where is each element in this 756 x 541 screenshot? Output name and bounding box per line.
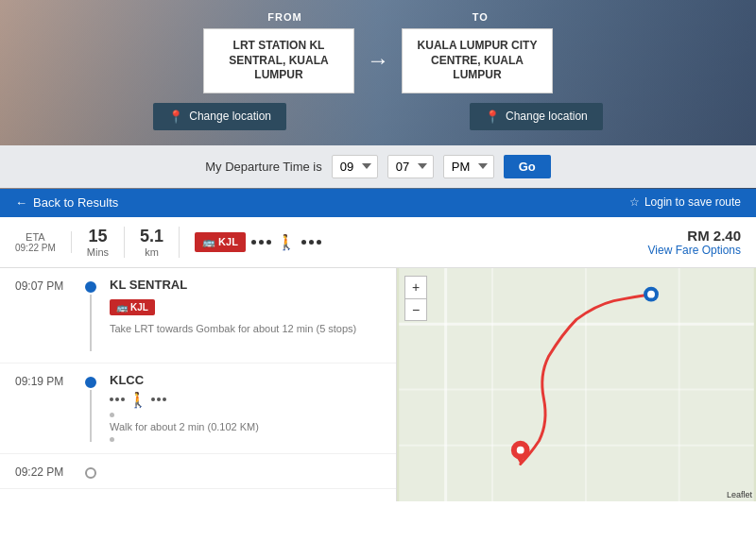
step-line-1: [90, 295, 92, 351]
route-step-2: 09:19 PM KLCC 🚶: [0, 363, 396, 454]
eta-block: ETA 09:22 PM: [15, 231, 72, 253]
mins-value: 15: [87, 227, 109, 246]
step-time-2: 09:19 PM: [15, 373, 72, 388]
back-bar: ← Back to Results ☆ Login to save route: [0, 188, 756, 217]
step-desc-2a: Walk for about 2 min (0.102 KM): [110, 420, 381, 434]
svg-point-9: [647, 290, 655, 297]
back-to-results-link[interactable]: ← Back to Results: [15, 195, 118, 210]
dot4: [301, 240, 306, 245]
back-label: Back to Results: [33, 195, 118, 210]
sdot1: [110, 413, 114, 417]
route-icons: 🚌 KJL 🚶: [180, 232, 321, 252]
svg-rect-0: [399, 268, 753, 501]
mini-dots-walk: [110, 397, 125, 401]
arrow-icon: →: [367, 47, 389, 74]
hour-select[interactable]: 09: [332, 155, 378, 178]
fare-amount: RM 2.40: [648, 228, 742, 244]
sdot2: [110, 437, 114, 442]
map-attribution: Leaflet: [727, 490, 752, 499]
departure-label: My Departure Time is: [205, 160, 322, 174]
svg-point-12: [517, 446, 524, 453]
train-icon-eta: 🚌: [202, 236, 215, 248]
to-label: TO: [472, 11, 489, 23]
from-label: FROM: [267, 11, 301, 23]
zoom-out-button[interactable]: −: [404, 298, 427, 321]
step-badge-label: KJL: [130, 302, 148, 313]
from-location-box: LRT STATION KL SENTRAL, KUALA LUMPUR: [203, 28, 354, 93]
mins-block: 15 Mins: [72, 227, 125, 258]
change-to-button[interactable]: 📍 Change location: [470, 103, 603, 130]
to-location-box: KUALA LUMPUR CITY CENTRE, KUALA LUMPUR: [402, 28, 553, 93]
dot2: [259, 240, 264, 245]
map-controls: + −: [404, 276, 427, 321]
mini-dots-walk2: [151, 397, 166, 401]
step-desc-1: Take LRT towards Gombak for about 12 min…: [110, 322, 381, 336]
map-route-svg: [397, 268, 756, 501]
train-icon-step1: 🚌: [116, 302, 128, 313]
step-line-2: [90, 390, 92, 442]
step-dot-3: [85, 467, 96, 479]
dot1: [251, 240, 256, 245]
change-to-label: Change location: [506, 110, 588, 123]
dot6: [317, 240, 321, 245]
km-value: 5.1: [140, 227, 163, 246]
km-label: km: [140, 246, 163, 258]
walk-icon-step2: 🚶: [129, 391, 147, 409]
minute-select[interactable]: 07: [387, 155, 434, 178]
step-title-1: KL SENTRAL: [110, 278, 381, 292]
kjl-label-eta: KJL: [218, 236, 238, 247]
eta-left: ETA 09:22 PM 15 Mins 5.1 km 🚌 KJL 🚶: [15, 227, 321, 258]
km-block: 5.1 km: [125, 227, 180, 258]
walk-icon-eta: 🚶: [277, 233, 296, 251]
change-buttons-row: 📍 Change location 📍 Change location: [153, 103, 602, 130]
main-content: 09:07 PM KL SENTRAL 🚌 KJL Take LRT towar…: [0, 268, 756, 501]
login-save-link[interactable]: ☆ Login to save route: [629, 195, 741, 209]
step-content-1: KL SENTRAL 🚌 KJL Take LRT towards Gombak…: [110, 278, 381, 336]
mins-label: Mins: [87, 246, 109, 258]
step-dot-2: [85, 377, 96, 388]
kjl-badge-eta: 🚌 KJL: [195, 232, 246, 252]
route-dots: [251, 240, 271, 245]
change-from-button[interactable]: 📍 Change location: [153, 103, 286, 130]
fare-options-link[interactable]: View Fare Options: [648, 244, 742, 257]
departure-bar: My Departure Time is 09 07 PM AM Go: [0, 145, 756, 188]
eta-right: RM 2.40 View Fare Options: [648, 228, 742, 257]
step-title-2: KLCC: [110, 373, 381, 387]
step-badge-kjl: 🚌 KJL: [110, 299, 155, 315]
go-button[interactable]: Go: [504, 155, 551, 178]
login-label: Login to save route: [644, 195, 741, 209]
period-select[interactable]: PM AM: [443, 155, 494, 178]
step-dot-1: [85, 281, 96, 293]
route-step-3: 09:22 PM: [0, 454, 396, 489]
pin-icon-from: 📍: [168, 110, 183, 124]
route-dots2: [301, 240, 321, 245]
zoom-in-button[interactable]: +: [404, 276, 427, 298]
eta-strip: ETA 09:22 PM 15 Mins 5.1 km 🚌 KJL 🚶: [0, 217, 756, 268]
route-step-1: 09:07 PM KL SENTRAL 🚌 KJL Take LRT towar…: [0, 268, 396, 363]
star-icon: ☆: [629, 195, 640, 209]
dot3: [266, 240, 271, 245]
step-time-1: 09:07 PM: [15, 278, 72, 293]
back-arrow-icon: ←: [15, 195, 27, 210]
route-panel: 09:07 PM KL SENTRAL 🚌 KJL Take LRT towar…: [0, 268, 397, 501]
step-time-3: 09:22 PM: [15, 464, 72, 479]
arrow-box: →: [354, 47, 402, 74]
map-panel: + − Leaflet: [397, 268, 756, 501]
change-from-label: Change location: [189, 110, 271, 123]
dot5: [309, 240, 314, 245]
pin-icon-to: 📍: [485, 110, 500, 124]
step-content-2: KLCC 🚶 Walk for abo: [110, 373, 381, 442]
location-boxes: LRT STATION KL SENTRAL, KUALA LUMPUR → K…: [203, 28, 553, 93]
eta-label: ETA: [15, 231, 56, 243]
eta-time: 09:22 PM: [15, 243, 56, 253]
